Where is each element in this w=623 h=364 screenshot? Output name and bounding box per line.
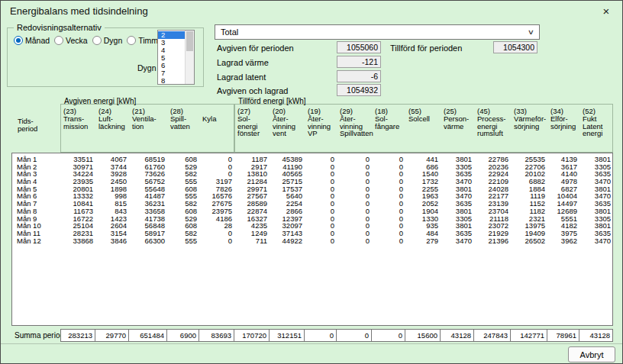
radio-icon xyxy=(54,36,63,45)
dygn-label: Dygn xyxy=(137,63,157,72)
radio-månad[interactable]: Månad xyxy=(14,36,50,45)
radio-group: MånadVeckaDygnTimma xyxy=(14,36,163,45)
period-combobox[interactable]: Total ∨ xyxy=(215,24,540,40)
column-header: (24) Luft- läckning xyxy=(95,97,129,153)
cell-value: 44922 xyxy=(270,237,305,245)
cell-value: 555 xyxy=(168,237,200,245)
cell-value: 33868 xyxy=(61,237,96,245)
footer-separator xyxy=(1,343,622,344)
cell-value: 0 xyxy=(305,237,337,245)
summa-row: Summa period 283213297706514846900836931… xyxy=(11,329,613,342)
summa-label: Summa period xyxy=(11,329,60,342)
column-header: (33) Värmeför- sörjning xyxy=(511,97,547,153)
cell-value: 21396 xyxy=(475,237,512,245)
summa-value: 43128 xyxy=(440,329,474,342)
tillford-period-value: 1054300 xyxy=(493,41,537,53)
header-row: Tids- period (23) Trans- mission(24) Luf… xyxy=(11,97,613,153)
table-header: Avgiven energi [kWh] Tillförd energi [kW… xyxy=(11,97,613,153)
table-row: Mån 710841815362315822767528589225400020… xyxy=(12,200,612,208)
column-header: (55) Solcell xyxy=(405,97,441,153)
period-column-header: Tids- period xyxy=(11,97,60,153)
lagrad-varme-label: Lagrad värme xyxy=(217,58,269,67)
cell-value: 3962 xyxy=(548,237,580,245)
dygn-listbox: 2345678 xyxy=(157,30,195,85)
radio-icon xyxy=(127,36,136,45)
table-row: Mån 811673843336586082397522874286600019… xyxy=(12,208,612,215)
options-legend: Redovisningsalternativ xyxy=(14,23,105,32)
tillford-period-label: Tillförd för perioden xyxy=(390,43,462,53)
radio-selected-icon xyxy=(14,36,23,45)
summa-value: 142771 xyxy=(510,329,547,342)
radio-label: Månad xyxy=(25,36,50,45)
cell-value: 66300 xyxy=(130,237,168,245)
summa-value: 247843 xyxy=(473,329,511,342)
table-row: Mån 102510426045684860828423532097000935… xyxy=(12,222,612,230)
summa-value: 0 xyxy=(371,329,405,342)
summa-value: 0 xyxy=(336,329,372,342)
table-row: Mån 133511406768519608011874538900044138… xyxy=(12,156,612,163)
summa-value: 83693 xyxy=(199,329,234,342)
avgiven-period-label: Avgiven för perioden xyxy=(217,43,294,53)
radio-vecka[interactable]: Vecka xyxy=(54,36,88,45)
summa-value: 15600 xyxy=(405,329,441,342)
cell-value: 26502 xyxy=(512,237,548,245)
cancel-button[interactable]: Avbryt xyxy=(568,346,615,362)
avgiven-period-value: 1055060 xyxy=(337,41,381,53)
summa-value: 78961 xyxy=(547,329,579,342)
table-row: Mån 112823131545891758201249371430004843… xyxy=(12,230,612,237)
column-header: (34) Elför- sörjning xyxy=(547,97,579,153)
column-header: Kyla xyxy=(199,97,234,153)
cell-value: 3470 xyxy=(580,237,613,245)
column-header: (19) Åter- vinning VP xyxy=(305,97,337,153)
titlebar: Energibalans med tidsindelning × xyxy=(1,1,622,21)
column-header: (21) Ventila- tion xyxy=(129,97,167,153)
summa-value: 283213 xyxy=(60,329,95,342)
cell-value: 279 xyxy=(406,237,441,245)
table-row: Mån 230971374461760529029174119000068633… xyxy=(12,163,612,171)
table-row: Mån 423935245056752555319721284257150001… xyxy=(12,178,612,185)
scrollbar-thumb[interactable] xyxy=(186,31,193,51)
radio-label: Vecka xyxy=(66,36,88,45)
summa-value: 170720 xyxy=(234,329,270,342)
options-groupbox: Redovisningsalternativ MånadVeckaDygnTim… xyxy=(7,27,204,87)
lagrad-latent-label: Lagrad latent xyxy=(217,72,266,82)
cell-value: 0 xyxy=(337,237,373,245)
summa-value: 0 xyxy=(304,329,337,342)
listbox-items: 2345678 xyxy=(158,31,185,84)
column-header: (23) Trans- mission xyxy=(60,97,95,153)
column-header: (20) Åter- vinning vent xyxy=(270,97,305,153)
row-period: Mån 12 xyxy=(12,237,61,245)
table-row: Mån 123386838466630055507114492200027934… xyxy=(12,237,612,245)
lagrad-latent-value: -6 xyxy=(337,70,381,82)
listbox-item[interactable]: 8 xyxy=(158,77,185,84)
column-header: (52) Fukt Latent energi xyxy=(579,97,613,153)
table-row: Mån 334224392873626582013810405650001540… xyxy=(12,170,612,178)
summa-value: 29770 xyxy=(95,329,129,342)
table-row: Mån 613332998414875551657627567564000019… xyxy=(12,192,612,200)
combo-value: Total xyxy=(221,27,238,37)
cell-value: 711 xyxy=(235,237,270,245)
lagrad-varme-value: -121 xyxy=(337,56,381,68)
close-icon[interactable]: × xyxy=(599,5,613,17)
cell-value: 0 xyxy=(373,237,406,245)
column-header: (18) Sol- fångare xyxy=(372,97,405,153)
table-body: Mån 133511406768519608011874538900044138… xyxy=(11,153,613,326)
summa-value: 43128 xyxy=(579,329,613,342)
column-header: (45) Process- energi rumsluft xyxy=(474,97,511,153)
radio-dygn[interactable]: Dygn xyxy=(92,36,123,45)
table-row: Mån 520801189855648608782629971175370002… xyxy=(12,185,612,193)
cell-value: 3470 xyxy=(441,237,475,245)
radio-icon xyxy=(92,36,102,45)
column-header: (27) Sol- energi fönster xyxy=(234,97,270,153)
avgiven-och-lagrad-label: Avgiven och lagrad xyxy=(217,86,288,95)
listbox-scrollbar[interactable] xyxy=(185,31,194,84)
radio-label: Dygn xyxy=(104,36,123,45)
table-row: Mån 916722142341738529418616327123970001… xyxy=(12,215,612,223)
column-header: (29) Åter- vinning Spillvatten xyxy=(337,97,372,153)
chevron-down-icon: ∨ xyxy=(528,28,534,36)
summa-value: 6900 xyxy=(166,329,199,342)
avgiven-och-lagrad-value: 1054932 xyxy=(337,84,381,96)
dialog-title: Energibalans med tidsindelning xyxy=(10,5,148,17)
summa-value: 312151 xyxy=(269,329,305,342)
column-header: (28) Spill- vatten xyxy=(167,97,199,153)
